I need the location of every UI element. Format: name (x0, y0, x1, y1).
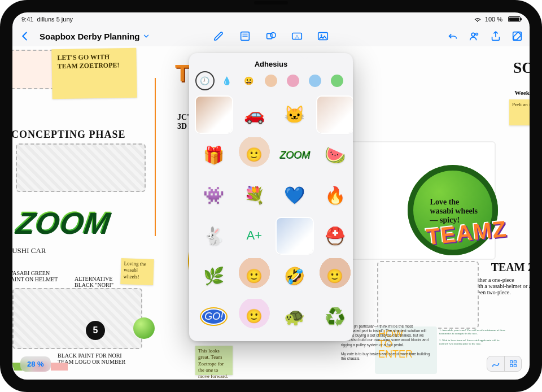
sticker-blue-heart[interactable]: 💙 (277, 177, 313, 214)
chevron-down-icon (142, 32, 150, 40)
view-toggle (487, 356, 522, 372)
sticker-monster[interactable]: 👾 (196, 177, 232, 214)
tool-draw[interactable] (212, 29, 226, 43)
wasabi-ball[interactable] (133, 317, 155, 339)
battery-icon (508, 16, 521, 22)
logo-ooope[interactable] (12, 50, 58, 89)
popover-title: Adhesius (189, 53, 353, 73)
popover-tabs: 🕘💧😀 (189, 73, 353, 94)
five-ball[interactable]: 5 (86, 321, 105, 340)
svg-rect-17 (514, 364, 516, 367)
paragraph-vote[interactable]: system (in particular—I think it'll be t… (341, 324, 431, 361)
ipad-camera-pill (254, 1, 288, 5)
sticky-vote[interactable]: This looks great. Team Zoetrope for the … (195, 346, 233, 375)
sticker-hands-heart[interactable] (317, 97, 353, 133)
stickers-popover: Adhesius 🕘💧😀 🚗🐱🎁🙂ZOOM🍉👾💐💙🔥🐇A+⛑️🌿🙂🤣🙂GO!🙂🐢… (189, 53, 353, 341)
label-black-paint[interactable]: BLACK PAINT FOR NORI TEAM LOGO OR NUMBER (58, 352, 125, 365)
svg-rect-14 (510, 361, 512, 363)
sticker-memoji-flowers[interactable]: 🙂 (237, 299, 273, 335)
svg-point-13 (498, 363, 499, 364)
svg-point-8 (321, 34, 322, 36)
navbar: Soapbox Derby Planning A (12, 26, 530, 46)
sticker-bouquet[interactable]: 💐 (237, 177, 273, 214)
blueprint[interactable] (377, 261, 479, 329)
collaborate-button[interactable] (467, 29, 481, 43)
sticker-memoji-explode[interactable]: 🙂 (237, 137, 273, 173)
popover-tab-memoji3[interactable] (307, 73, 323, 89)
sticker-watermelon[interactable]: 🍉 (317, 137, 353, 173)
label-week[interactable]: Week 1 (514, 89, 530, 96)
tool-shape[interactable] (264, 29, 278, 43)
sticker-memoji-hi[interactable]: 🙂 (237, 258, 273, 294)
svg-rect-16 (510, 364, 512, 367)
board-title-dropdown[interactable]: Soapbox Derby Planning (40, 32, 150, 41)
status-bar: 9:41 dilluns 5 juny 100 % (12, 12, 530, 26)
zoom-level[interactable]: 28 % (20, 356, 51, 372)
status-date: dilluns 5 juny (37, 16, 73, 23)
wifi-icon (474, 16, 482, 22)
battery-percent: 100 % (485, 16, 502, 23)
popover-tab-memoji4[interactable] (329, 73, 345, 89)
label-team-z-desc[interactable]: Either a one-piece with a wasabi-helmet … (473, 277, 530, 295)
share-button[interactable] (489, 29, 502, 43)
zoom-wordart[interactable]: ZOOM (14, 204, 112, 239)
popover-tab-memoji2[interactable] (285, 73, 301, 89)
svg-point-4 (270, 33, 276, 38)
sketch-sushi-car[interactable] (12, 288, 142, 349)
sticker-monstera[interactable]: 🌿 (196, 258, 232, 294)
sticker-kitten[interactable]: 🐱 (277, 97, 313, 133)
popover-tab-emoji[interactable]: 😀 (241, 73, 257, 89)
back-button[interactable] (18, 29, 32, 43)
sticker-rofl[interactable]: 🤣 (277, 258, 313, 294)
sticker-rabbit[interactable]: 🐇 (196, 218, 232, 254)
sticker-helmet[interactable]: ⛑️ (317, 218, 353, 254)
board-title: Soapbox Derby Planning (40, 32, 140, 41)
label-team-z-heading[interactable]: TEAM Z (491, 261, 530, 274)
tool-media[interactable] (316, 29, 330, 43)
sticker-recycle[interactable]: ♻️ (317, 299, 353, 335)
svg-point-12 (492, 365, 493, 367)
popover-tab-stickers[interactable]: 💧 (219, 73, 235, 89)
sketch-car-1[interactable] (16, 143, 146, 192)
popover-tab-recent[interactable]: 🕘 (197, 73, 213, 89)
view-toggle-grid[interactable] (504, 356, 521, 371)
label-sushi[interactable]: SUSHI CAR (12, 246, 46, 255)
svg-rect-3 (267, 33, 272, 38)
sticker-gift[interactable]: 🎁 (196, 137, 232, 173)
sticker-memoji-love[interactable]: 🙂 (317, 258, 353, 294)
sticker-turtle[interactable]: 🐢 (277, 299, 313, 335)
sticker-a-plus[interactable]: A+ (237, 218, 273, 254)
sticky-loving-wasabi[interactable]: Loving the wasabi wheels! (120, 258, 154, 285)
enter-fineprint[interactable]: 1. Assemble your team! You will need a m… (439, 329, 507, 346)
sticker-car-red[interactable]: 🚗 (237, 97, 273, 133)
svg-text:A: A (295, 34, 299, 40)
undo-button[interactable] (446, 29, 460, 43)
sticker-photo-kid[interactable] (277, 218, 313, 254)
sticker-photo-hug[interactable] (196, 97, 232, 133)
svg-point-9 (471, 33, 475, 36)
sticker-go-word[interactable]: GO! (196, 299, 232, 335)
label-wasabi-helmet[interactable]: WASABI GREEN PAINT ON HELMET (12, 270, 58, 282)
popover-tab-memoji1[interactable] (263, 73, 279, 89)
compose-button[interactable] (510, 29, 524, 43)
sticker-fire-wheel[interactable]: 🔥 (317, 177, 353, 214)
svg-point-10 (476, 33, 478, 35)
svg-rect-15 (514, 361, 516, 363)
label-so[interactable]: SO (513, 59, 530, 77)
view-toggle-freeform[interactable] (487, 356, 504, 371)
label-concepting[interactable]: CONCEPTING PHASE (12, 129, 126, 141)
tool-textbox[interactable]: A (290, 29, 304, 43)
sticky-preli[interactable]: Preli an i (509, 99, 530, 125)
connector-line (155, 78, 175, 236)
sticky-main[interactable]: LET'S GO WITH TEAM ZOETROPE! (51, 48, 137, 99)
tool-sticky-note[interactable] (238, 29, 252, 43)
status-time: 9:41 (21, 16, 33, 23)
sticker-grid[interactable]: 🚗🐱🎁🙂ZOOM🍉👾💐💙🔥🐇A+⛑️🌿🙂🤣🙂GO!🙂🐢♻️ (189, 94, 353, 341)
sticker-zoom-word[interactable]: ZOOM (277, 137, 313, 173)
zoom-level-value: 28 % (27, 360, 44, 368)
